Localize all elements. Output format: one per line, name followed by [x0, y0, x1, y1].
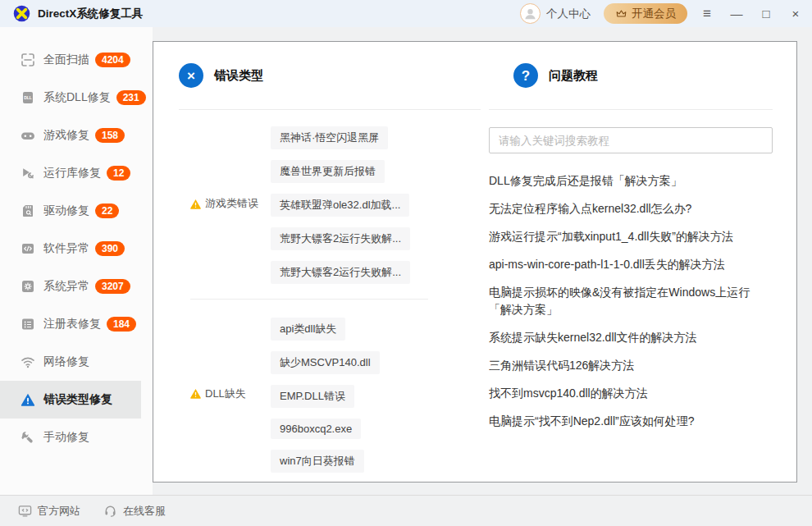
sidebar-item-registry[interactable]: 注册表修复 184 — [0, 305, 141, 343]
tutorial-link[interactable]: 电脑提示“找不到Nep2.dll”应该如何处理? — [489, 413, 773, 430]
footer-bar: 官方网站 在线客服 — [0, 495, 812, 526]
sidebar-item-error-type[interactable]: 错误类型修复 — [0, 381, 141, 419]
count-badge: 4204 — [95, 53, 130, 67]
runtime-icon — [21, 166, 35, 181]
tutorials-header: ? 问题教程 — [489, 42, 773, 109]
error-section-label-col: 游戏类错误 — [179, 110, 271, 297]
error-section-label: DLL缺失 — [205, 386, 246, 401]
driver-icon — [21, 204, 35, 218]
sidebar-item-label: 运行库修复 — [43, 166, 101, 181]
online-service-link[interactable]: 在线客服 — [103, 504, 166, 519]
error-item-button[interactable]: win7向日葵报错 — [271, 450, 364, 473]
error-section-items: api类dll缺失缺少MSCVP140.dllEMP.DLL错误996boxcq… — [271, 301, 481, 483]
manual-icon — [21, 430, 35, 445]
dll-icon: DLL — [21, 90, 35, 105]
error-types-header: × 错误类型 — [179, 42, 481, 109]
error-item-button[interactable]: 缺少MSCVP140.dll — [271, 351, 380, 374]
app-window: DirectX系统修复工具 个人中心 开通会员 ≡ — □ × 全面扫描 420… — [0, 0, 812, 526]
tutorial-search-input[interactable] — [489, 127, 773, 153]
error-item-button[interactable]: 英雄联盟弹ole32.dl加载... — [271, 194, 409, 217]
count-badge: 231 — [116, 90, 146, 105]
tutorials-column: ? 问题教程 DLL修复完成后还是报错「解决方案」无法定位程序输入点kernel… — [489, 42, 773, 441]
count-badge: 12 — [107, 166, 130, 181]
minimize-button[interactable]: — — [730, 7, 743, 20]
network-icon — [21, 354, 35, 369]
error-item-button[interactable]: 黑神话·悟空闪退黑屏 — [271, 126, 388, 149]
header-divider — [489, 109, 773, 110]
count-badge: 184 — [107, 317, 136, 332]
software-icon — [21, 241, 35, 256]
menu-icon[interactable]: ≡ — [700, 7, 714, 21]
avatar[interactable] — [520, 3, 541, 24]
tutorial-link[interactable]: api-ms-win-core-path-l1-1-0.dll丢失的解决方法 — [489, 256, 773, 273]
error-item-button[interactable]: 魔兽世界更新后报错 — [271, 160, 385, 183]
count-badge: 158 — [95, 128, 125, 143]
user-center-link[interactable]: 个人中心 — [546, 7, 591, 21]
error-item-button[interactable]: api类dll缺失 — [271, 318, 345, 341]
app-title: DirectX系统修复工具 — [38, 7, 143, 21]
gamepad-icon — [21, 128, 35, 143]
warning-icon — [189, 387, 202, 400]
tutorial-link[interactable]: 找不到msvcp140.dll的解决方法 — [489, 385, 773, 402]
online-service-label: 在线客服 — [123, 504, 166, 519]
sidebar-item-network[interactable]: 网络修复 — [0, 343, 141, 381]
sidebar-item-label: 注册表修复 — [43, 317, 101, 332]
sidebar-item-dll[interactable]: DLL 系统DLL修复 231 — [0, 79, 141, 117]
error-type-icon — [21, 392, 35, 407]
sidebar-item-gamepad[interactable]: 游戏修复 158 — [0, 117, 141, 154]
sidebar: 全面扫描 4204 DLL 系统DLL修复 231 游戏修复 158 运行库修复… — [0, 27, 153, 495]
tutorials-title: 问题教程 — [549, 68, 598, 84]
sidebar-item-label: 系统异常 — [43, 279, 89, 294]
scan-icon — [21, 53, 35, 67]
error-section-label-col: DLL缺失 — [179, 301, 271, 483]
svg-text:DLL: DLL — [24, 95, 32, 100]
registry-icon — [21, 317, 35, 332]
sidebar-item-driver[interactable]: 驱动修复 22 — [0, 192, 141, 230]
count-badge: 22 — [95, 204, 119, 218]
sidebar-item-scan[interactable]: 全面扫描 4204 — [0, 41, 141, 79]
open-vip-button[interactable]: 开通会员 — [604, 3, 687, 24]
error-section-items: 黑神话·悟空闪退黑屏魔兽世界更新后报错英雄联盟弹ole32.dl加载...荒野大… — [271, 110, 481, 297]
tutorial-link[interactable]: 游戏运行提示“加载xinput1_4.dll失败”的解决方法 — [489, 228, 773, 245]
app-logo-icon — [13, 5, 30, 22]
service-icon — [103, 504, 117, 518]
open-vip-label: 开通会员 — [632, 7, 676, 21]
official-website-link[interactable]: 官方网站 — [18, 504, 80, 519]
official-website-label: 官方网站 — [38, 504, 80, 519]
error-section-label: 游戏类错误 — [205, 196, 258, 211]
sidebar-item-manual[interactable]: 手动修复 — [0, 419, 141, 456]
sidebar-item-label: 手动修复 — [43, 430, 89, 445]
sidebar-item-runtime[interactable]: 运行库修复 12 — [0, 154, 141, 192]
tutorial-link[interactable]: 电脑提示损坏的映像&没有被指定在Windows上运行「解决方案」 — [489, 284, 773, 318]
error-section: 游戏类错误 黑神话·悟空闪退黑屏魔兽世界更新后报错英雄联盟弹ole32.dl加载… — [179, 110, 481, 297]
error-item-button[interactable]: 荒野大镖客2运行失败解... — [271, 261, 410, 284]
tutorial-link[interactable]: 三角洲错误代码126解决方法 — [489, 357, 773, 374]
tutorial-link[interactable]: 无法定位程序输入点kernel32.dll怎么办? — [489, 200, 773, 217]
error-item-button[interactable]: 996boxcq2.exe — [271, 419, 361, 439]
sidebar-item-label: 网络修复 — [43, 354, 89, 369]
close-button[interactable]: × — [789, 7, 802, 20]
sidebar-item-system[interactable]: 系统异常 3207 — [0, 268, 141, 305]
count-badge: 3207 — [95, 279, 130, 294]
sidebar-item-label: 游戏修复 — [43, 128, 89, 143]
error-item-button[interactable]: 荒野大镖客2运行失败解... — [271, 227, 410, 250]
warning-icon — [189, 198, 202, 210]
tutorial-link[interactable]: DLL修复完成后还是报错「解决方案」 — [489, 172, 773, 190]
question-circle-icon: ? — [513, 63, 538, 88]
website-icon — [18, 504, 32, 518]
crown-icon — [615, 7, 627, 20]
error-types-title: 错误类型 — [214, 68, 263, 84]
error-item-button[interactable]: EMP.DLL错误 — [271, 385, 354, 408]
maximize-button[interactable]: □ — [760, 7, 773, 20]
titlebar: DirectX系统修复工具 个人中心 开通会员 ≡ — □ × — [0, 0, 812, 27]
error-types-column: × 错误类型 游戏类错误 黑神话·悟空闪退黑屏魔兽世界更新后报错英雄联盟弹ole… — [179, 42, 481, 483]
sidebar-item-label: 系统DLL修复 — [43, 90, 111, 105]
sidebar-item-label: 全面扫描 — [43, 53, 89, 67]
sidebar-item-software[interactable]: 软件异常 390 — [0, 230, 141, 268]
sidebar-item-label: 错误类型修复 — [43, 392, 112, 407]
main-panel: × 错误类型 游戏类错误 黑神话·悟空闪退黑屏魔兽世界更新后报错英雄联盟弹ole… — [153, 41, 797, 483]
error-circle-icon: × — [179, 63, 203, 88]
system-icon — [21, 279, 35, 294]
tutorial-link[interactable]: 系统提示缺失kernel32.dll文件的解决方法 — [489, 329, 773, 346]
sidebar-item-label: 软件异常 — [43, 241, 89, 256]
